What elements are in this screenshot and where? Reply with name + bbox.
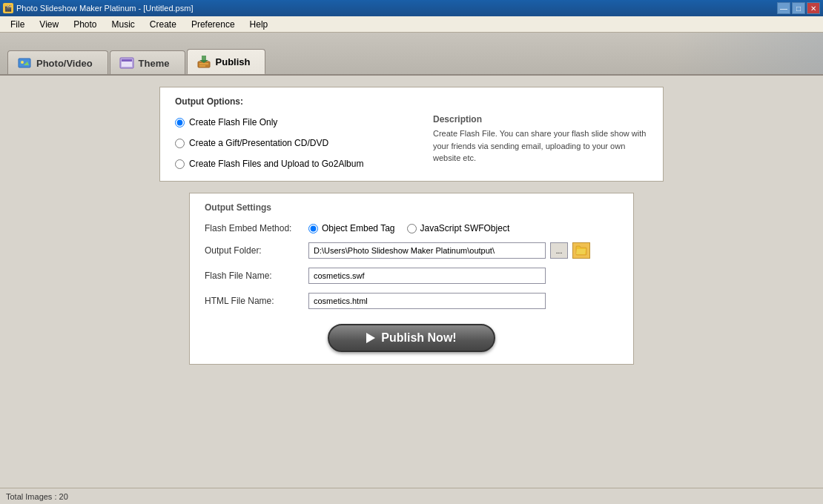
options-content: Create Flash File Only Create a Gift/Pre…: [175, 114, 648, 169]
output-folder-label: Output Folder:: [205, 245, 308, 256]
svg-rect-0: [19, 59, 30, 67]
menu-bar: File View Photo Music Create Preference …: [0, 16, 823, 33]
tab-bar-bg: [675, 33, 823, 74]
close-button[interactable]: ✕: [807, 2, 820, 14]
settings-title: Output Settings: [205, 202, 618, 213]
menu-preference[interactable]: Preference: [184, 18, 242, 31]
radio-flash-upload-label: Create Flash Files and Upload to Go2Albu…: [189, 159, 363, 169]
theme-icon: [119, 56, 134, 70]
status-bar: Total Images : 20: [0, 488, 823, 504]
output-folder-value: ...: [308, 242, 618, 259]
radio-flash-only-input[interactable]: [175, 118, 185, 127]
tab-publish[interactable]: Publish: [187, 49, 266, 75]
svg-point-1: [21, 61, 24, 64]
radio-gift-cd: Create a Gift/Presentation CD/DVD: [175, 138, 418, 148]
radio-list: Create Flash File Only Create a Gift/Pre…: [175, 114, 418, 169]
minimize-button[interactable]: —: [777, 2, 790, 14]
radio-flash-only-label: Create Flash File Only: [189, 117, 277, 127]
tab-theme-label: Theme: [139, 58, 170, 69]
radio-flash-only: Create Flash File Only: [175, 117, 418, 127]
flash-file-value: [308, 268, 618, 284]
photo-video-icon: [17, 56, 32, 70]
tab-bar: Photo/Video Theme Publish: [0, 33, 823, 76]
embed-object-input[interactable]: [308, 224, 318, 233]
settings-wrapper: Output Settings Flash Embed Method: Obje…: [15, 182, 808, 365]
menu-music[interactable]: Music: [105, 18, 142, 31]
status-text: Total Images : 20: [6, 492, 68, 501]
description-box: Description Create Flash File. You can s…: [433, 114, 648, 169]
svg-rect-5: [122, 59, 132, 62]
html-file-label: HTML File Name:: [205, 296, 308, 306]
html-file-row: HTML File Name:: [205, 293, 618, 309]
app-icon: 🎬: [3, 3, 13, 13]
svg-rect-7: [199, 63, 208, 64]
flash-file-row: Flash File Name:: [205, 268, 618, 284]
title-bar-controls: — □ ✕: [777, 2, 820, 14]
publish-icon: [196, 54, 211, 69]
publish-section: Publish Now!: [205, 324, 618, 352]
radio-flash-upload: Create Flash Files and Upload to Go2Albu…: [175, 159, 418, 169]
flash-file-label: Flash File Name:: [205, 271, 308, 281]
title-bar-left: 🎬 Photo Slideshow Maker Platinum - [Unti…: [3, 3, 193, 13]
radio-gift-cd-input[interactable]: [175, 139, 185, 148]
flash-embed-label: Flash Embed Method:: [205, 223, 308, 233]
html-file-value: [308, 293, 618, 309]
flash-file-input[interactable]: [308, 268, 546, 284]
publish-now-button[interactable]: Publish Now!: [328, 324, 495, 352]
tab-photo-video[interactable]: Photo/Video: [7, 50, 108, 75]
description-label: Description: [433, 114, 648, 125]
output-settings-box: Output Settings Flash Embed Method: Obje…: [189, 193, 634, 365]
tab-publish-label: Publish: [216, 56, 251, 67]
play-triangle-icon: [366, 333, 375, 343]
menu-help[interactable]: Help: [242, 18, 276, 31]
svg-rect-8: [199, 65, 205, 67]
main-content: Output Options: Create Flash File Only C…: [0, 76, 823, 488]
output-options-box: Output Options: Create Flash File Only C…: [159, 87, 664, 182]
embed-js-input[interactable]: [407, 224, 417, 233]
output-folder-input[interactable]: [308, 242, 546, 259]
tab-photo-video-label: Photo/Video: [36, 58, 93, 69]
radio-flash-upload-input[interactable]: [175, 159, 185, 169]
embed-object-label: Object Embed Tag: [322, 223, 395, 233]
flash-embed-row: Flash Embed Method: Object Embed Tag Jav…: [205, 223, 618, 233]
menu-photo[interactable]: Photo: [66, 18, 104, 31]
window-title: Photo Slideshow Maker Platinum - [Untitl…: [16, 4, 193, 13]
output-folder-row: Output Folder: ...: [205, 242, 618, 259]
menu-file[interactable]: File: [3, 18, 32, 31]
maximize-button[interactable]: □: [792, 2, 805, 14]
description-text: Create Flash File. You can share your fl…: [433, 127, 648, 165]
radio-gift-cd-label: Create a Gift/Presentation CD/DVD: [189, 138, 328, 148]
output-options-title: Output Options:: [175, 96, 648, 107]
embed-object-row: Object Embed Tag: [308, 223, 395, 233]
tab-theme[interactable]: Theme: [110, 50, 185, 75]
browse-button[interactable]: ...: [550, 242, 568, 259]
publish-now-label: Publish Now!: [381, 331, 456, 345]
html-file-input[interactable]: [308, 293, 546, 309]
title-bar: 🎬 Photo Slideshow Maker Platinum - [Unti…: [0, 0, 823, 16]
menu-create[interactable]: Create: [142, 18, 184, 31]
embed-js-row: JavaScript SWFObject: [407, 223, 510, 233]
folder-open-button[interactable]: [572, 242, 590, 259]
menu-view[interactable]: View: [32, 18, 66, 31]
embed-js-label: JavaScript SWFObject: [420, 223, 510, 233]
embed-radios: Object Embed Tag JavaScript SWFObject: [308, 223, 618, 233]
